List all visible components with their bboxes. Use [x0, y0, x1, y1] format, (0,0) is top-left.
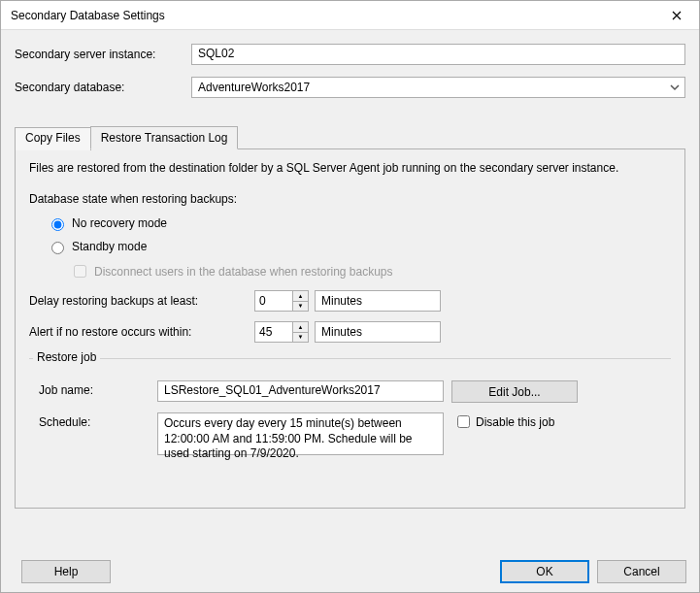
- job-name-label: Job name:: [39, 380, 157, 397]
- secondary-db-select[interactable]: AdventureWorks2017: [191, 77, 685, 98]
- alert-spinner[interactable]: ▲ ▼: [254, 321, 309, 343]
- db-state-label: Database state when restoring backups:: [29, 192, 671, 206]
- cancel-button[interactable]: Cancel: [597, 560, 686, 583]
- alert-row: Alert if no restore occurs within: ▲ ▼ M…: [29, 321, 671, 343]
- titlebar: Secondary Database Settings: [1, 1, 699, 30]
- intro-text: Files are restored from the destination …: [29, 161, 671, 175]
- radio-standby-row: Standby mode: [47, 239, 671, 254]
- restore-job-group: Restore job Job name: LSRestore_SQL01_Ad…: [29, 358, 671, 469]
- tabs: Copy Files Restore Transaction Log: [15, 125, 685, 149]
- schedule-row: Schedule: Occurs every day every 15 minu…: [39, 412, 665, 455]
- radio-no-recovery-label: No recovery mode: [72, 216, 167, 230]
- disable-job-label: Disable this job: [476, 415, 554, 429]
- help-button[interactable]: Help: [21, 560, 111, 583]
- schedule-text: Occurs every day every 15 minute(s) betw…: [157, 412, 444, 455]
- delay-row: Delay restoring backups at least: ▲ ▼ Mi…: [29, 290, 671, 312]
- close-icon: [672, 8, 682, 23]
- window-title: Secondary Database Settings: [11, 9, 654, 22]
- restore-job-legend: Restore job: [33, 350, 100, 364]
- secondary-db-value: AdventureWorks2017: [198, 81, 310, 94]
- ok-button[interactable]: OK: [500, 560, 589, 583]
- disconnect-users-label: Disconnect users in the database when re…: [94, 265, 393, 279]
- delay-unit-select[interactable]: Minutes: [315, 290, 441, 312]
- close-button[interactable]: [654, 1, 699, 30]
- footer: Help OK Cancel: [14, 560, 686, 583]
- server-instance-field: SQL02: [191, 44, 685, 65]
- job-name-field[interactable]: LSRestore_SQL01_AdventureWorks2017: [157, 380, 444, 402]
- tab-restore-log[interactable]: Restore Transaction Log: [90, 126, 239, 149]
- alert-unit-select[interactable]: Minutes: [315, 321, 441, 343]
- server-instance-row: Secondary server instance: SQL02: [15, 44, 685, 65]
- radio-no-recovery-row: No recovery mode: [47, 215, 671, 231]
- alert-up-icon[interactable]: ▲: [293, 322, 308, 333]
- delay-unit-value: Minutes: [321, 294, 362, 308]
- delay-down-icon[interactable]: ▼: [293, 302, 308, 312]
- radio-no-recovery[interactable]: [51, 218, 64, 231]
- job-name-row: Job name: LSRestore_SQL01_AdventureWorks…: [39, 380, 665, 403]
- content-area: Secondary server instance: SQL02 Seconda…: [1, 30, 699, 518]
- schedule-label: Schedule:: [39, 412, 157, 429]
- delay-input[interactable]: [255, 291, 292, 311]
- tab-copy-files[interactable]: Copy Files: [15, 127, 91, 150]
- chevron-down-icon: [669, 82, 681, 93]
- tab-panel-restore: Files are restored from the destination …: [15, 149, 685, 509]
- secondary-db-label: Secondary database:: [15, 81, 191, 94]
- disconnect-users-row: Disconnect users in the database when re…: [70, 262, 671, 280]
- disable-job-row: Disable this job: [453, 412, 554, 431]
- edit-job-button[interactable]: Edit Job...: [451, 380, 578, 403]
- alert-down-icon[interactable]: ▼: [293, 333, 308, 343]
- disable-job-checkbox[interactable]: [457, 415, 470, 428]
- delay-up-icon[interactable]: ▲: [293, 291, 308, 302]
- delay-label: Delay restoring backups at least:: [29, 294, 254, 308]
- server-instance-label: Secondary server instance:: [15, 48, 191, 61]
- alert-unit-value: Minutes: [321, 325, 362, 339]
- secondary-db-row: Secondary database: AdventureWorks2017: [15, 77, 685, 98]
- radio-standby[interactable]: [51, 242, 64, 254]
- alert-input[interactable]: [255, 322, 292, 342]
- delay-spinner[interactable]: ▲ ▼: [254, 290, 309, 312]
- disconnect-users-checkbox: [74, 265, 86, 278]
- alert-label: Alert if no restore occurs within:: [29, 325, 254, 339]
- radio-standby-label: Standby mode: [72, 240, 147, 253]
